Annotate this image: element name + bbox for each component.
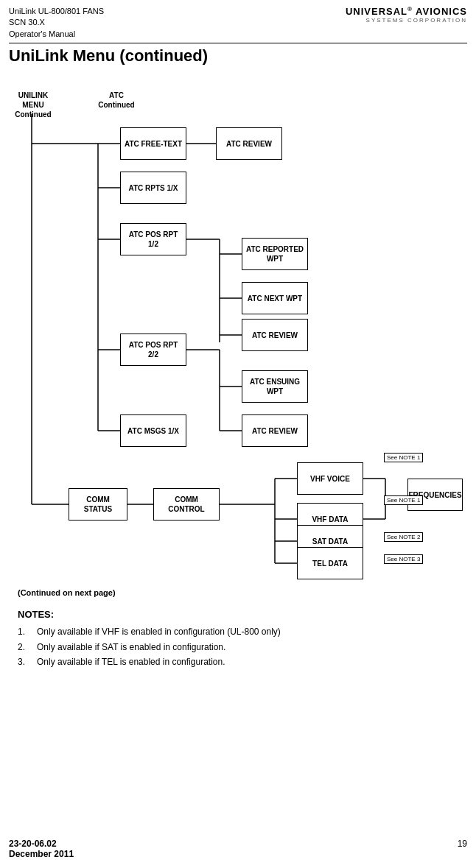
box-tel-data: TEL DATA [297,547,363,579]
box-atc-pos-rpt-22: ATC POS RPT 2/2 [120,334,186,366]
header-right: UNIVERSAL® AVIONICS SYSTEMS CORPORATION [346,6,467,24]
note-item-3: 3. Only available if TEL is enabled in c… [18,654,458,669]
logo-sub: SYSTEMS CORPORATION [366,17,467,24]
page-title: UniLink Menu (continued) [9,46,467,66]
box-atc-review-3: ATC REVIEW [242,414,308,447]
logo: UNIVERSAL® AVIONICS [346,6,467,17]
box-vhf-voice: VHF VOICE [297,462,363,495]
box-atc-free-text: ATC FREE-TEXT [120,127,186,160]
box-atc-reported-wpt: ATC REPORTED WPT [242,238,308,270]
box-atc-review-2: ATC REVIEW [242,319,308,351]
header-line2: SCN 30.X [9,17,104,28]
note-badge-3: See NOTE 3 [384,554,423,564]
note-badge-2: See NOTE 2 [384,532,423,542]
box-frequencies: FREQUENCIES [407,479,463,511]
footer-doc-num: 23-20-06.02 [9,839,74,849]
box-comm-control: COMM CONTROL [153,488,220,521]
col-label-atc: ATC Continued [94,91,139,110]
notes-title: NOTES: [18,609,458,620]
note-badge-1b: See NOTE 1 [384,495,423,505]
box-comm-status: COMM STATUS [69,488,127,521]
col-label-unilink: UNILINK MENU Continued [11,91,55,119]
notes-section: NOTES: 1. Only available if VHF is enabl… [9,609,467,669]
box-atc-pos-rpt-12: ATC POS RPT 1/2 [120,223,186,255]
header-left: UniLink UL-800/801 FANS SCN 30.X Operato… [9,6,104,40]
header-line3: Operator's Manual [9,29,104,40]
diagram-area: UNILINK MENU Continued ATC Continued ATC… [10,70,466,585]
footer: 23-20-06.02 December 2011 19 [9,839,467,859]
footer-date: December 2011 [9,849,74,859]
note-badge-1a: See NOTE 1 [384,453,423,462]
page: UniLink UL-800/801 FANS SCN 30.X Operato… [0,0,476,868]
box-atc-review-1: ATC REVIEW [216,127,282,160]
footer-left: 23-20-06.02 December 2011 [9,839,74,859]
footer-page-num: 19 [458,839,467,859]
header-divider [9,43,467,43]
box-atc-ensuing-wpt: ATC ENSUING WPT [242,370,308,403]
box-atc-rpts: ATC RPTS 1/X [120,172,186,204]
header-line1: UniLink UL-800/801 FANS [9,6,104,17]
header: UniLink UL-800/801 FANS SCN 30.X Operato… [9,6,467,40]
notes-list: 1. Only available if VHF is enabled in c… [18,624,458,669]
note-item-1: 1. Only available if VHF is enabled in c… [18,624,458,639]
box-atc-msgs: ATC MSGS 1/X [120,414,186,447]
logo-main: UNIVERSAL® AVIONICS [346,6,467,17]
note-item-2: 2. Only available if SAT is enabled in c… [18,640,458,654]
continued-text: (Continued on next page) [18,588,467,597]
box-atc-next-wpt: ATC NEXT WPT [242,282,308,314]
